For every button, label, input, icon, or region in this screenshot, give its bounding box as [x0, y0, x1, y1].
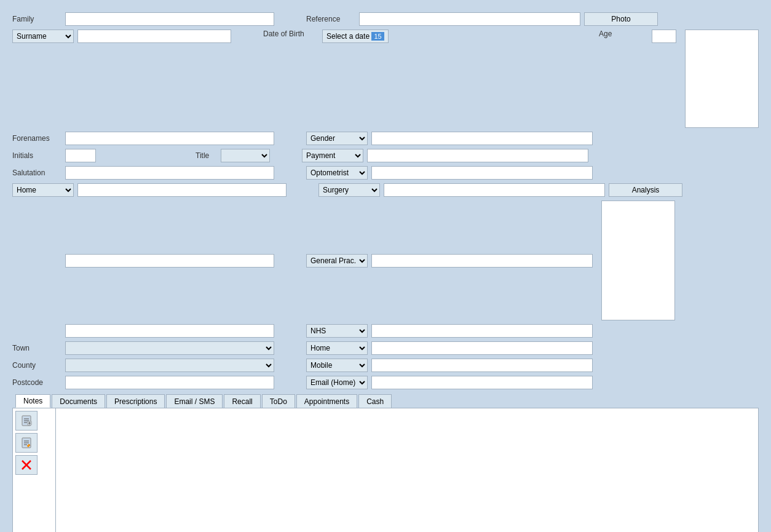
home2-value-input[interactable]	[371, 341, 593, 355]
home-select[interactable]: Home Work Mobile	[12, 183, 74, 197]
nhs-value-input[interactable]	[371, 324, 593, 338]
payment-value-input[interactable]	[367, 149, 588, 162]
forenames-row: Forenames Gender Male Female	[12, 132, 759, 145]
title-label: Title	[196, 151, 217, 160]
reference-input[interactable]	[359, 12, 580, 26]
tab-appointments[interactable]: Appointments	[296, 394, 357, 408]
title-select[interactable]: Mr Mrs Miss Dr	[221, 149, 270, 162]
address2-input[interactable]	[65, 324, 274, 338]
delete-note-icon	[20, 459, 33, 471]
surname-input[interactable]	[77, 30, 231, 43]
tab-sidebar	[13, 408, 56, 532]
tab-documents[interactable]: Documents	[52, 394, 105, 408]
tab-email-sms[interactable]: Email / SMS	[166, 394, 223, 408]
payment-select[interactable]: Payment Cash Card NHS	[302, 149, 363, 162]
forenames-input[interactable]	[65, 132, 274, 145]
town-row: Town Home	[12, 341, 759, 355]
optometrist-value-input[interactable]	[371, 166, 593, 180]
postcode-input[interactable]	[65, 376, 274, 389]
forenames-label: Forenames	[12, 134, 61, 143]
photo-box	[685, 30, 759, 128]
postcode-label: Postcode	[12, 378, 61, 387]
edit-note-icon	[20, 437, 33, 449]
main-container: Family Reference Photo Surname Date of B…	[6, 6, 765, 532]
home2-select[interactable]: Home	[306, 341, 368, 355]
surname-select[interactable]: Surname	[12, 30, 74, 43]
salutation-input[interactable]	[65, 166, 274, 180]
surname-row: Surname Date of Birth Select a date 15 A…	[12, 30, 759, 128]
optometrist-select[interactable]: Optometrist	[306, 166, 368, 180]
surgery-value-input[interactable]	[384, 183, 605, 197]
salutation-label: Salutation	[12, 169, 61, 177]
town-select[interactable]	[65, 341, 274, 355]
county-select[interactable]	[65, 359, 274, 372]
email-select[interactable]: Email (Home)	[306, 376, 368, 389]
photo-button[interactable]: Photo	[584, 12, 658, 26]
tabs-bar: Notes Documents Prescriptions Email / SM…	[12, 394, 759, 408]
tab-recall[interactable]: Recall	[224, 394, 260, 408]
initials-label: Initials	[12, 151, 61, 160]
home-phone-row: Home Work Mobile Surgery Analysis	[12, 183, 759, 197]
gp-select[interactable]: General Prac...	[306, 254, 368, 268]
calendar-icon: 15	[371, 32, 384, 41]
town-label: Town	[12, 344, 61, 352]
new-note-icon	[20, 415, 33, 427]
analysis-button[interactable]: Analysis	[609, 183, 682, 197]
county-row: County Mobile	[12, 359, 759, 372]
edit-note-button[interactable]	[15, 433, 38, 453]
tab-todo[interactable]: ToDo	[262, 394, 295, 408]
mobile-select[interactable]: Mobile	[306, 359, 368, 372]
dob-label: Date of Birth	[263, 30, 318, 38]
email-value-input[interactable]	[371, 376, 593, 389]
select-date-button[interactable]: Select a date 15	[322, 30, 389, 43]
mobile-value-input[interactable]	[371, 359, 593, 372]
tab-notes[interactable]: Notes	[15, 394, 50, 408]
delete-note-button[interactable]	[15, 455, 38, 475]
address2-row: NHS	[12, 324, 759, 338]
surgery-select[interactable]: Surgery	[318, 183, 380, 197]
select-date-label: Select a date	[326, 32, 370, 41]
home-phone-input[interactable]	[77, 183, 287, 197]
tab-prescriptions[interactable]: Prescriptions	[106, 394, 165, 408]
gp-value-input[interactable]	[371, 254, 593, 268]
nhs-select[interactable]: NHS	[306, 324, 368, 338]
gender-select[interactable]: Gender Male Female	[306, 132, 368, 145]
county-label: County	[12, 361, 61, 370]
address1-row: General Prac...	[12, 200, 759, 320]
tab-content	[12, 408, 759, 532]
family-label: Family	[12, 15, 61, 23]
age-label: Age	[599, 30, 648, 38]
family-row: Family Reference Photo	[12, 12, 759, 26]
gender-value-input[interactable]	[371, 132, 593, 145]
tab-cash[interactable]: Cash	[358, 394, 392, 408]
new-note-button[interactable]	[15, 411, 38, 431]
reference-label: Reference	[306, 15, 355, 23]
age-input[interactable]	[652, 30, 676, 43]
address1-input[interactable]	[65, 254, 274, 268]
analysis-box	[601, 200, 675, 320]
notes-content-area	[56, 408, 758, 532]
salutation-row: Salutation Optometrist	[12, 166, 759, 180]
initials-input[interactable]	[65, 149, 96, 162]
family-input[interactable]	[65, 12, 274, 26]
postcode-row: Postcode Email (Home)	[12, 376, 759, 389]
initials-row: Initials Title Mr Mrs Miss Dr Payment Ca…	[12, 149, 759, 162]
